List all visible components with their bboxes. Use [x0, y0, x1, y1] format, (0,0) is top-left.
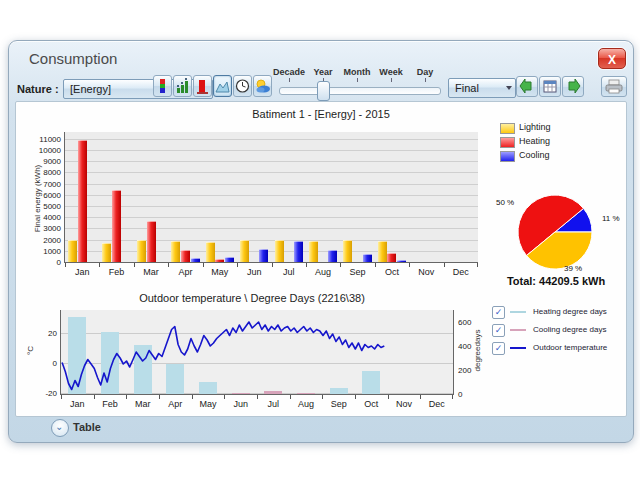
x-axis-label: Oct [355, 399, 388, 409]
x-axis-tick [61, 395, 62, 399]
x-axis-tick [237, 263, 238, 267]
time-scale-slider-track[interactable] [279, 87, 441, 95]
close-button[interactable]: X [598, 48, 626, 69]
x-axis-label: Apr [159, 399, 192, 409]
previous-period-button[interactable] [516, 76, 538, 97]
next-period-button[interactable] [562, 76, 584, 97]
legend2-item-1: ✓Cooling degree days [492, 324, 624, 338]
table-expander-button[interactable]: ⌄ [51, 419, 69, 437]
legend-label: Heating degree days [533, 307, 607, 316]
time-scale-slider-thumb[interactable] [317, 81, 330, 101]
x-axis-label: Jun [237, 267, 271, 277]
legend-label: Lighting [519, 122, 551, 132]
y-axis-tick-label: 3000 [29, 224, 61, 233]
y-axis-tick-label: 1000 [29, 247, 61, 256]
legend-swatch [500, 123, 515, 134]
bar-heating-jan [78, 140, 87, 262]
bar-cooling-apr [191, 258, 200, 262]
slider-tick [425, 78, 426, 82]
legend-label: Cooling degree days [533, 325, 606, 334]
x-axis-tick [444, 263, 445, 267]
x-axis-label: Mar [134, 267, 168, 277]
bar-lighting-mar [137, 240, 146, 262]
x-axis-tick [257, 395, 258, 399]
bar-cooling-jul [294, 241, 303, 262]
x-axis-tick [224, 395, 225, 399]
bar-cooling-may [225, 257, 234, 262]
pie-label-lighting: 39 % [564, 264, 582, 273]
x-axis-tick [94, 395, 95, 399]
bar-cooling-jun [259, 249, 268, 262]
legend-checkbox[interactable]: ✓ [492, 306, 505, 319]
x-axis-label: May [192, 399, 225, 409]
x-axis-label: Oct [375, 267, 409, 277]
gridline [65, 184, 478, 185]
bar-lighting-oct [378, 241, 387, 262]
legend-checkbox[interactable]: ✓ [492, 324, 505, 337]
print-button[interactable] [601, 76, 627, 97]
x-axis-tick [375, 263, 376, 267]
legend-line-sample [510, 311, 526, 313]
right-axis-tick-label: 0 [458, 390, 462, 399]
right-axis-tick-label: 200 [458, 366, 471, 375]
legend-swatch [500, 151, 515, 162]
legend-line-sample [510, 329, 526, 331]
charts-panel: Batiment 1 - [Energy] - 2015 Final energ… [15, 101, 627, 417]
y-axis-tick-label: 7000 [29, 180, 61, 189]
x-axis-label: Apr [168, 267, 202, 277]
chevron-down-icon [506, 86, 512, 90]
x-axis-tick [452, 395, 453, 399]
y-axis-tick-label: 6000 [29, 191, 61, 200]
x-axis-label: May [203, 267, 237, 277]
x-axis-tick [126, 395, 127, 399]
bar-lighting-apr [171, 241, 180, 262]
x-axis-label: Sep [340, 267, 374, 277]
gridline [65, 206, 478, 207]
gridline [65, 150, 478, 151]
x-axis-tick [134, 263, 135, 267]
pie-label-cooling: 11 % [602, 214, 620, 223]
printer-icon [602, 77, 626, 96]
outdoor-temperature-line [61, 310, 453, 394]
bar-heating-oct [387, 253, 396, 262]
legend-checkbox[interactable]: ✓ [492, 342, 505, 355]
gridline [65, 195, 478, 196]
gridline [65, 228, 478, 229]
slider-tick [391, 78, 392, 82]
x-axis-label: Jan [65, 267, 99, 277]
right-axis-tick-label: 400 [458, 342, 471, 351]
x-axis-label: Aug [290, 399, 323, 409]
x-axis-label: Sep [322, 399, 355, 409]
chart2-title: Outdoor temperature \ Degree Days (2216\… [16, 292, 488, 304]
slider-tick [357, 78, 358, 82]
chart2-legend: ✓Heating degree days✓Cooling degree days… [492, 306, 624, 366]
chart1-legend: LightingHeatingCooling [500, 122, 620, 170]
unit-dropdown[interactable]: Final energy [448, 78, 516, 98]
legend-item-cooling: Cooling [500, 150, 620, 162]
bar-cooling-oct [397, 260, 406, 262]
legend-line-sample [510, 347, 526, 349]
x-axis-tick [306, 263, 307, 267]
gridline [65, 172, 478, 173]
chart1-title: Batiment 1 - [Energy] - 2015 [16, 108, 626, 120]
chart2-right-axis-label: degreedays [473, 326, 482, 376]
x-axis-tick [355, 395, 356, 399]
legend-label: Heating [519, 136, 550, 146]
bar-lighting-feb [102, 243, 111, 262]
x-axis-tick [65, 263, 66, 267]
y-axis-tick-label: 4000 [29, 213, 61, 222]
x-axis-label: Nov [388, 399, 421, 409]
legend-item-heating: Heating [500, 136, 620, 148]
chevron-down-icon: ⌄ [55, 421, 63, 432]
y-axis-tick-label: 0 [29, 258, 61, 267]
gridline [65, 217, 478, 218]
chart2-left-axis-label: °C [26, 341, 35, 361]
calendar-button[interactable] [539, 76, 561, 97]
pie-label-heating: 50 % [496, 198, 514, 207]
x-axis-label: Nov [409, 267, 443, 277]
x-axis-tick [322, 395, 323, 399]
window-title: Consumption [29, 50, 117, 67]
x-axis-label: Mar [126, 399, 159, 409]
bar-heating-feb [112, 190, 121, 262]
bar-lighting-jun [240, 240, 249, 262]
